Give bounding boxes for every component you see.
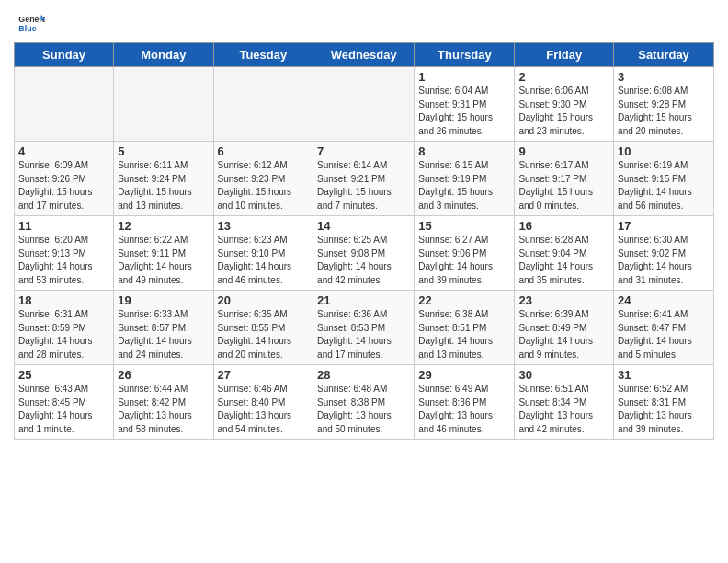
weekday-header-thursday: Thursday xyxy=(415,43,515,67)
cell-content: Sunrise: 6:39 AM Sunset: 8:49 PM Dayligh… xyxy=(518,308,609,362)
calendar-cell: 1Sunrise: 6:04 AM Sunset: 9:31 PM Daylig… xyxy=(415,67,515,142)
header: General Blue xyxy=(14,9,714,37)
calendar-cell: 15Sunrise: 6:27 AM Sunset: 9:06 PM Dayli… xyxy=(415,216,515,291)
calendar-cell: 28Sunrise: 6:48 AM Sunset: 8:38 PM Dayli… xyxy=(313,365,415,440)
day-number: 7 xyxy=(317,144,410,158)
cell-content: Sunrise: 6:14 AM Sunset: 9:21 PM Dayligh… xyxy=(317,159,410,213)
calendar-cell: 17Sunrise: 6:30 AM Sunset: 9:02 PM Dayli… xyxy=(614,216,714,291)
calendar-cell: 27Sunrise: 6:46 AM Sunset: 8:40 PM Dayli… xyxy=(213,365,313,440)
cell-content: Sunrise: 6:51 AM Sunset: 8:34 PM Dayligh… xyxy=(518,383,609,436)
cell-content: Sunrise: 6:52 AM Sunset: 8:31 PM Dayligh… xyxy=(618,383,710,436)
day-number: 25 xyxy=(18,368,109,382)
calendar-row-4: 18Sunrise: 6:31 AM Sunset: 8:59 PM Dayli… xyxy=(15,291,714,365)
calendar-cell: 29Sunrise: 6:49 AM Sunset: 8:36 PM Dayli… xyxy=(415,365,515,440)
cell-content: Sunrise: 6:23 AM Sunset: 9:10 PM Dayligh… xyxy=(218,234,310,287)
day-number: 13 xyxy=(218,219,310,233)
cell-content: Sunrise: 6:22 AM Sunset: 9:11 PM Dayligh… xyxy=(118,234,209,287)
day-number: 18 xyxy=(18,293,109,307)
cell-content: Sunrise: 6:31 AM Sunset: 8:59 PM Dayligh… xyxy=(18,308,109,362)
calendar-cell: 2Sunrise: 6:06 AM Sunset: 9:30 PM Daylig… xyxy=(515,67,614,142)
day-number: 11 xyxy=(18,219,109,233)
calendar-cell: 12Sunrise: 6:22 AM Sunset: 9:11 PM Dayli… xyxy=(114,216,213,291)
day-number: 2 xyxy=(518,70,609,84)
day-number: 17 xyxy=(618,219,710,233)
calendar-cell: 7Sunrise: 6:14 AM Sunset: 9:21 PM Daylig… xyxy=(313,142,415,216)
cell-content: Sunrise: 6:17 AM Sunset: 9:17 PM Dayligh… xyxy=(518,159,609,213)
calendar-cell: 14Sunrise: 6:25 AM Sunset: 9:08 PM Dayli… xyxy=(313,216,415,291)
cell-content: Sunrise: 6:46 AM Sunset: 8:40 PM Dayligh… xyxy=(218,383,310,436)
cell-content: Sunrise: 6:28 AM Sunset: 9:04 PM Dayligh… xyxy=(518,234,609,287)
day-number: 22 xyxy=(418,293,510,307)
cell-content: Sunrise: 6:41 AM Sunset: 8:47 PM Dayligh… xyxy=(618,308,710,362)
calendar-table: SundayMondayTuesdayWednesdayThursdayFrid… xyxy=(14,42,714,440)
calendar-row-1: 1Sunrise: 6:04 AM Sunset: 9:31 PM Daylig… xyxy=(15,67,714,142)
cell-content: Sunrise: 6:30 AM Sunset: 9:02 PM Dayligh… xyxy=(618,234,710,287)
calendar-row-2: 4Sunrise: 6:09 AM Sunset: 9:26 PM Daylig… xyxy=(15,142,714,216)
calendar-cell: 5Sunrise: 6:11 AM Sunset: 9:24 PM Daylig… xyxy=(114,142,213,216)
day-number: 16 xyxy=(518,219,609,233)
calendar-cell: 26Sunrise: 6:44 AM Sunset: 8:42 PM Dayli… xyxy=(114,365,213,440)
day-number: 20 xyxy=(218,293,310,307)
calendar-cell: 18Sunrise: 6:31 AM Sunset: 8:59 PM Dayli… xyxy=(15,291,114,365)
calendar-cell: 10Sunrise: 6:19 AM Sunset: 9:15 PM Dayli… xyxy=(614,142,714,216)
day-number: 21 xyxy=(317,293,410,307)
day-number: 30 xyxy=(518,368,609,382)
day-number: 26 xyxy=(118,368,209,382)
calendar-cell xyxy=(15,67,114,142)
calendar-cell: 3Sunrise: 6:08 AM Sunset: 9:28 PM Daylig… xyxy=(614,67,714,142)
calendar-cell: 30Sunrise: 6:51 AM Sunset: 8:34 PM Dayli… xyxy=(515,365,614,440)
cell-content: Sunrise: 6:11 AM Sunset: 9:24 PM Dayligh… xyxy=(118,159,209,213)
calendar-cell: 13Sunrise: 6:23 AM Sunset: 9:10 PM Dayli… xyxy=(213,216,313,291)
weekday-header-wednesday: Wednesday xyxy=(313,43,415,67)
calendar-cell: 23Sunrise: 6:39 AM Sunset: 8:49 PM Dayli… xyxy=(515,291,614,365)
cell-content: Sunrise: 6:49 AM Sunset: 8:36 PM Dayligh… xyxy=(418,383,510,436)
cell-content: Sunrise: 6:09 AM Sunset: 9:26 PM Dayligh… xyxy=(18,159,109,213)
weekday-header-row: SundayMondayTuesdayWednesdayThursdayFrid… xyxy=(15,43,714,67)
cell-content: Sunrise: 6:35 AM Sunset: 8:55 PM Dayligh… xyxy=(218,308,310,362)
logo-icon: General Blue xyxy=(17,9,45,37)
calendar-cell xyxy=(213,67,313,142)
cell-content: Sunrise: 6:19 AM Sunset: 9:15 PM Dayligh… xyxy=(618,159,710,213)
calendar-cell: 16Sunrise: 6:28 AM Sunset: 9:04 PM Dayli… xyxy=(515,216,614,291)
day-number: 5 xyxy=(118,144,209,158)
weekday-header-friday: Friday xyxy=(515,43,614,67)
day-number: 1 xyxy=(418,70,510,84)
day-number: 3 xyxy=(618,70,710,84)
calendar-cell: 19Sunrise: 6:33 AM Sunset: 8:57 PM Dayli… xyxy=(114,291,213,365)
calendar-cell: 22Sunrise: 6:38 AM Sunset: 8:51 PM Dayli… xyxy=(415,291,515,365)
cell-content: Sunrise: 6:33 AM Sunset: 8:57 PM Dayligh… xyxy=(118,308,209,362)
day-number: 24 xyxy=(618,293,710,307)
cell-content: Sunrise: 6:48 AM Sunset: 8:38 PM Dayligh… xyxy=(317,383,410,436)
weekday-header-saturday: Saturday xyxy=(614,43,714,67)
cell-content: Sunrise: 6:43 AM Sunset: 8:45 PM Dayligh… xyxy=(18,383,109,436)
cell-content: Sunrise: 6:25 AM Sunset: 9:08 PM Dayligh… xyxy=(317,234,410,287)
calendar-cell: 21Sunrise: 6:36 AM Sunset: 8:53 PM Dayli… xyxy=(313,291,415,365)
svg-text:Blue: Blue xyxy=(18,24,36,33)
day-number: 10 xyxy=(618,144,710,158)
logo: General Blue xyxy=(14,9,45,37)
cell-content: Sunrise: 6:12 AM Sunset: 9:23 PM Dayligh… xyxy=(218,159,310,213)
calendar-cell: 8Sunrise: 6:15 AM Sunset: 9:19 PM Daylig… xyxy=(415,142,515,216)
calendar-cell: 4Sunrise: 6:09 AM Sunset: 9:26 PM Daylig… xyxy=(15,142,114,216)
calendar-cell: 20Sunrise: 6:35 AM Sunset: 8:55 PM Dayli… xyxy=(213,291,313,365)
day-number: 4 xyxy=(18,144,109,158)
day-number: 27 xyxy=(218,368,310,382)
calendar-cell: 24Sunrise: 6:41 AM Sunset: 8:47 PM Dayli… xyxy=(614,291,714,365)
cell-content: Sunrise: 6:27 AM Sunset: 9:06 PM Dayligh… xyxy=(418,234,510,287)
cell-content: Sunrise: 6:44 AM Sunset: 8:42 PM Dayligh… xyxy=(118,383,209,436)
day-number: 31 xyxy=(618,368,710,382)
day-number: 19 xyxy=(118,293,209,307)
calendar-cell: 11Sunrise: 6:20 AM Sunset: 9:13 PM Dayli… xyxy=(15,216,114,291)
cell-content: Sunrise: 6:20 AM Sunset: 9:13 PM Dayligh… xyxy=(18,234,109,287)
cell-content: Sunrise: 6:15 AM Sunset: 9:19 PM Dayligh… xyxy=(418,159,510,213)
weekday-header-tuesday: Tuesday xyxy=(213,43,313,67)
weekday-header-sunday: Sunday xyxy=(15,43,114,67)
cell-content: Sunrise: 6:06 AM Sunset: 9:30 PM Dayligh… xyxy=(518,85,609,138)
calendar-row-3: 11Sunrise: 6:20 AM Sunset: 9:13 PM Dayli… xyxy=(15,216,714,291)
cell-content: Sunrise: 6:04 AM Sunset: 9:31 PM Dayligh… xyxy=(418,85,510,138)
day-number: 9 xyxy=(518,144,609,158)
calendar-cell: 6Sunrise: 6:12 AM Sunset: 9:23 PM Daylig… xyxy=(213,142,313,216)
calendar-row-5: 25Sunrise: 6:43 AM Sunset: 8:45 PM Dayli… xyxy=(15,365,714,440)
calendar-cell: 25Sunrise: 6:43 AM Sunset: 8:45 PM Dayli… xyxy=(15,365,114,440)
calendar-cell xyxy=(114,67,213,142)
